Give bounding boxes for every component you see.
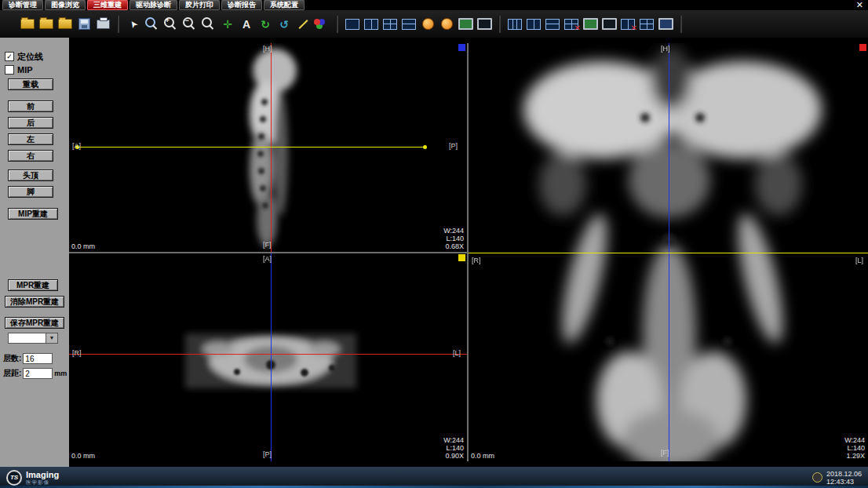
axial-horizontal-crosshair[interactable] [69, 354, 467, 355]
sync-series-icon-shape [422, 18, 434, 30]
front-button[interactable]: 前 [8, 100, 53, 112]
link-series-icon[interactable] [438, 15, 455, 34]
export-images-icon-shape [58, 19, 72, 29]
viewport-marker [458, 44, 465, 51]
magnify-tool-icon[interactable] [144, 15, 161, 34]
orientation-left-label: [R] [72, 349, 82, 357]
toolbar: ➤✛A↻↺ [0, 10, 868, 38]
checkbox-icon: ✓ [5, 52, 14, 61]
foot-button[interactable]: 脚 [8, 186, 53, 198]
mip-rebuild-button[interactable]: MIP重建 [8, 208, 58, 220]
viewport-coronal[interactable]: [H] [R] [L] [F] W:244 L:140 1.29X 0.0 mm [469, 43, 868, 461]
layout-single-icon[interactable] [344, 15, 361, 34]
refresh-icon[interactable]: ↻ [257, 15, 274, 34]
orientation-bottom-label: [F] [263, 241, 272, 249]
monitor-icon[interactable] [657, 15, 674, 34]
layout-grid-icon[interactable] [381, 15, 399, 34]
sagittal-vertical-crosshair[interactable] [271, 43, 272, 252]
mip-checkbox[interactable]: MIP [5, 65, 69, 75]
screen-dark-icon-shape [602, 18, 617, 30]
close-button[interactable]: ✕ [856, 1, 863, 9]
fullscreen-dark-icon[interactable] [476, 15, 493, 34]
fullscreen-green-icon[interactable] [457, 15, 474, 34]
save-mpr-button[interactable]: 保存MPR重建 [5, 317, 64, 329]
magnify-tool-icon-shape [145, 17, 155, 27]
viewport-area: [H] [A] [P] [F] W:244 L:140 0.68X 0.0 mm [69, 38, 868, 467]
pointer-tool-icon[interactable]: ➤ [125, 15, 142, 34]
layout-rows-icon[interactable] [400, 15, 418, 34]
close-series-icon[interactable] [563, 15, 580, 34]
pan-tool-icon[interactable]: ✛ [219, 15, 236, 34]
screen-green-icon[interactable] [582, 15, 599, 34]
zoom-out-tool-icon-shape [183, 17, 193, 27]
toolbar-separator [498, 16, 501, 33]
orientation-top-label: [A] [263, 255, 272, 263]
menu-tab-1[interactable]: 诊断管理 [2, 0, 43, 10]
dropdown-value [8, 333, 46, 344]
orientation-top-label: [H] [263, 45, 272, 53]
rotate-icon[interactable]: ↺ [275, 15, 293, 34]
head-button[interactable]: 头顶 [8, 169, 53, 181]
color-palette-icon[interactable] [313, 15, 330, 34]
right-button[interactable]: 右 [8, 150, 53, 162]
save-icon[interactable] [75, 15, 93, 34]
measure-tool-icon[interactable] [294, 15, 312, 34]
region-zoom-tool-icon[interactable] [200, 15, 217, 34]
locator-line-checkbox[interactable]: ✓定位线 [5, 52, 69, 61]
screen-green-icon-shape [583, 18, 598, 30]
level-value: L:140 [443, 235, 464, 242]
annotation-tool-icon[interactable]: A [238, 15, 255, 34]
chevron-down-icon[interactable]: ▼ [46, 333, 58, 344]
window-value: W:244 [443, 227, 464, 235]
open-study-icon[interactable] [19, 15, 36, 34]
orientation-bottom-label: [P] [263, 450, 272, 458]
mpr-rebuild-button[interactable]: MPR重建 [8, 279, 58, 291]
zoom-value: 1.29X [844, 452, 865, 460]
menu-tab-2[interactable]: 图像浏览 [45, 0, 86, 10]
clear-mpr-button[interactable]: 消除MPR重建 [5, 296, 64, 308]
color-palette-icon-shape [314, 19, 320, 25]
series-layout-icon[interactable] [506, 15, 523, 34]
image-layout-icon[interactable] [525, 15, 542, 34]
menu-tab-4[interactable]: 驱动脉诊断 [129, 0, 177, 10]
datetime-block: 2018.12.06 12:43:43 [812, 470, 862, 486]
layer-count-row: 层数: [3, 353, 69, 364]
menu-tab-3[interactable]: 三维重建 [87, 0, 128, 10]
back-button[interactable]: 后 [8, 117, 53, 129]
window-level-readout: W:244 L:140 0.68X [443, 227, 464, 250]
window-level-readout: W:244 L:140 0.90X [443, 436, 464, 460]
sagittal-horizontal-crosshair[interactable] [76, 147, 426, 147]
axial-vertical-crosshair[interactable] [271, 253, 272, 461]
layer-spacing-input[interactable] [23, 368, 53, 379]
thumbnail-grid-icon[interactable] [638, 15, 655, 34]
brand-subtitle: 医学影像 [26, 479, 59, 485]
coronal-horizontal-crosshair[interactable] [469, 253, 868, 253]
viewport-axial[interactable]: [A] [R] [L] [P] W:244 L:140 0.90X 0.0 mm [69, 253, 467, 461]
zoom-out-tool-icon[interactable] [181, 15, 199, 34]
print-icon[interactable] [94, 15, 111, 34]
layout-two-columns-icon[interactable] [363, 15, 380, 34]
close-image-icon[interactable] [619, 15, 636, 34]
reload-button[interactable]: 重载 [8, 78, 53, 90]
import-images-icon[interactable] [38, 15, 55, 34]
stack-layout-icon[interactable] [544, 15, 561, 34]
refresh-icon-shape: ↻ [261, 19, 270, 30]
mpr-preset-dropdown[interactable]: ▼ [8, 333, 58, 344]
screen-dark-icon[interactable] [600, 15, 618, 34]
menu-tab-6[interactable]: 诊断报告 [221, 0, 262, 10]
viewport-sagittal[interactable]: [H] [A] [P] [F] W:244 L:140 0.68X 0.0 mm [69, 43, 467, 252]
sync-series-icon[interactable] [419, 15, 436, 34]
thumbnail-grid-icon-shape [640, 19, 654, 30]
checkbox-label: 定位线 [17, 52, 43, 61]
layer-spacing-label: 层距: [3, 368, 21, 379]
region-zoom-tool-icon-shape [202, 17, 212, 27]
left-button[interactable]: 左 [8, 133, 53, 145]
zoom-value: 0.68X [443, 242, 464, 250]
menu-tab-5[interactable]: 胶片打印 [179, 0, 220, 10]
layer-count-input[interactable] [23, 353, 53, 364]
export-images-icon[interactable] [57, 15, 74, 34]
zoom-in-tool-icon[interactable] [162, 15, 180, 34]
menu-tab-7[interactable]: 系统配置 [264, 0, 305, 10]
sidebar: ✓定位线MIP 重载 前 后 左 右 头顶 脚 MIP重建 MPR重建 消除MP… [0, 38, 69, 467]
application-window: 诊断管理图像浏览三维重建驱动脉诊断胶片打印诊断报告系统配置 ✕ ➤✛A↻↺ ✓定… [0, 0, 868, 488]
